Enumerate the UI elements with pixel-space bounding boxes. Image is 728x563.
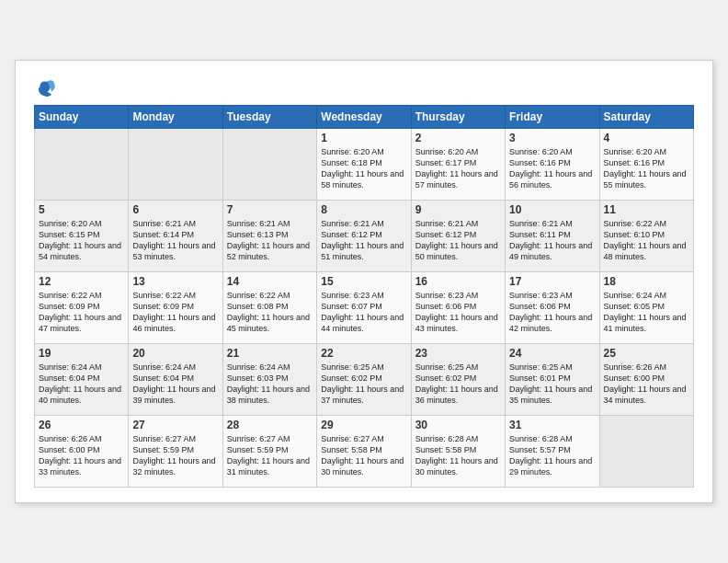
calendar-day-cell: 8 Sunrise: 6:21 AMSunset: 6:12 PMDayligh… (317, 201, 411, 272)
calendar-day-cell: 19 Sunrise: 6:24 AMSunset: 6:04 PMDaylig… (35, 344, 129, 416)
day-number: 14 (227, 275, 313, 288)
day-number: 28 (227, 419, 313, 431)
day-number: 8 (321, 203, 406, 216)
day-number: 23 (415, 347, 501, 360)
day-info: Sunrise: 6:28 AMSunset: 5:58 PMDaylight:… (415, 433, 501, 478)
calendar-day-cell: 18 Sunrise: 6:24 AMSunset: 6:05 PMDaylig… (599, 272, 693, 344)
day-info: Sunrise: 6:21 AMSunset: 6:14 PMDaylight:… (132, 218, 218, 263)
day-info: Sunrise: 6:21 AMSunset: 6:12 PMDaylight:… (321, 218, 406, 263)
calendar-day-cell: 29 Sunrise: 6:27 AMSunset: 5:58 PMDaylig… (317, 416, 411, 488)
day-number: 5 (39, 203, 124, 216)
day-number: 31 (509, 419, 595, 431)
day-number: 24 (509, 347, 595, 360)
day-number: 20 (132, 347, 218, 360)
weekday-header-saturday: Saturday (599, 106, 693, 129)
weekday-header-monday: Monday (129, 106, 222, 129)
day-info: Sunrise: 6:20 AMSunset: 6:16 PMDaylight:… (509, 146, 595, 191)
calendar-day-cell: 20 Sunrise: 6:24 AMSunset: 6:04 PMDaylig… (129, 344, 222, 416)
day-number: 27 (132, 419, 218, 431)
calendar-day-cell: 6 Sunrise: 6:21 AMSunset: 6:14 PMDayligh… (129, 201, 222, 272)
calendar-day-cell: 10 Sunrise: 6:21 AMSunset: 6:11 PMDaylig… (506, 201, 599, 272)
day-info: Sunrise: 6:22 AMSunset: 6:09 PMDaylight:… (39, 290, 124, 335)
calendar-table: SundayMondayTuesdayWednesdayThursdayFrid… (34, 105, 694, 488)
day-info: Sunrise: 6:23 AMSunset: 6:06 PMDaylight:… (509, 290, 595, 335)
day-info: Sunrise: 6:24 AMSunset: 6:04 PMDaylight:… (132, 362, 218, 407)
day-number: 13 (132, 275, 218, 288)
day-number: 18 (604, 275, 689, 288)
day-info: Sunrise: 6:24 AMSunset: 6:05 PMDaylight:… (604, 290, 689, 335)
calendar-day-cell: 2 Sunrise: 6:20 AMSunset: 6:17 PMDayligh… (411, 129, 505, 201)
day-info: Sunrise: 6:24 AMSunset: 6:04 PMDaylight:… (39, 362, 124, 407)
calendar-week-row: 5 Sunrise: 6:20 AMSunset: 6:15 PMDayligh… (35, 201, 694, 272)
day-number: 16 (415, 275, 501, 288)
day-number: 17 (509, 275, 595, 288)
calendar-day-cell: 12 Sunrise: 6:22 AMSunset: 6:09 PMDaylig… (35, 272, 129, 344)
calendar-day-cell: 13 Sunrise: 6:22 AMSunset: 6:09 PMDaylig… (129, 272, 222, 344)
calendar-day-cell: 26 Sunrise: 6:26 AMSunset: 6:00 PMDaylig… (35, 416, 129, 488)
calendar-day-cell: 4 Sunrise: 6:20 AMSunset: 6:16 PMDayligh… (599, 129, 693, 201)
calendar-day-cell: 11 Sunrise: 6:22 AMSunset: 6:10 PMDaylig… (599, 201, 693, 272)
calendar-day-cell: 22 Sunrise: 6:25 AMSunset: 6:02 PMDaylig… (317, 344, 411, 416)
day-number: 19 (39, 347, 124, 360)
calendar-day-cell: 14 Sunrise: 6:22 AMSunset: 6:08 PMDaylig… (222, 272, 316, 344)
day-info: Sunrise: 6:27 AMSunset: 5:58 PMDaylight:… (321, 433, 406, 478)
calendar-week-row: 26 Sunrise: 6:26 AMSunset: 6:00 PMDaylig… (35, 416, 694, 488)
day-number: 29 (321, 419, 406, 431)
day-info: Sunrise: 6:20 AMSunset: 6:17 PMDaylight:… (415, 146, 501, 191)
calendar-day-cell (222, 129, 316, 201)
day-info: Sunrise: 6:23 AMSunset: 6:07 PMDaylight:… (321, 290, 406, 335)
calendar-day-cell: 27 Sunrise: 6:27 AMSunset: 5:59 PMDaylig… (129, 416, 222, 488)
day-number: 12 (39, 275, 124, 288)
logo (34, 75, 60, 98)
calendar-day-cell: 31 Sunrise: 6:28 AMSunset: 5:57 PMDaylig… (506, 416, 599, 488)
day-number: 9 (415, 203, 501, 216)
day-info: Sunrise: 6:27 AMSunset: 5:59 PMDaylight:… (132, 433, 218, 478)
day-number: 15 (321, 275, 406, 288)
calendar-day-cell: 9 Sunrise: 6:21 AMSunset: 6:12 PMDayligh… (411, 201, 505, 272)
calendar-day-cell (35, 129, 129, 201)
day-number: 1 (321, 132, 406, 144)
calendar-header (34, 75, 694, 98)
day-number: 2 (415, 132, 501, 144)
calendar-week-row: 19 Sunrise: 6:24 AMSunset: 6:04 PMDaylig… (35, 344, 694, 416)
calendar-day-cell: 28 Sunrise: 6:27 AMSunset: 5:59 PMDaylig… (222, 416, 316, 488)
day-info: Sunrise: 6:23 AMSunset: 6:06 PMDaylight:… (415, 290, 501, 335)
calendar-day-cell: 5 Sunrise: 6:20 AMSunset: 6:15 PMDayligh… (35, 201, 129, 272)
day-info: Sunrise: 6:25 AMSunset: 6:02 PMDaylight:… (415, 362, 501, 407)
weekday-header-sunday: Sunday (35, 106, 129, 129)
day-info: Sunrise: 6:21 AMSunset: 6:11 PMDaylight:… (509, 218, 595, 263)
day-info: Sunrise: 6:20 AMSunset: 6:16 PMDaylight:… (604, 146, 689, 191)
day-number: 3 (509, 132, 595, 144)
day-number: 6 (132, 203, 218, 216)
day-number: 10 (509, 203, 595, 216)
weekday-header-row: SundayMondayTuesdayWednesdayThursdayFrid… (35, 106, 694, 129)
day-info: Sunrise: 6:20 AMSunset: 6:18 PMDaylight:… (321, 146, 406, 191)
day-info: Sunrise: 6:20 AMSunset: 6:15 PMDaylight:… (39, 218, 124, 263)
day-info: Sunrise: 6:21 AMSunset: 6:12 PMDaylight:… (415, 218, 501, 263)
calendar-day-cell: 30 Sunrise: 6:28 AMSunset: 5:58 PMDaylig… (411, 416, 505, 488)
day-number: 22 (321, 347, 406, 360)
calendar-day-cell: 7 Sunrise: 6:21 AMSunset: 6:13 PMDayligh… (222, 201, 316, 272)
calendar-day-cell: 1 Sunrise: 6:20 AMSunset: 6:18 PMDayligh… (317, 129, 411, 201)
day-number: 4 (604, 132, 689, 144)
calendar-day-cell: 3 Sunrise: 6:20 AMSunset: 6:16 PMDayligh… (506, 129, 599, 201)
weekday-header-wednesday: Wednesday (317, 106, 411, 129)
day-number: 30 (415, 419, 501, 431)
day-info: Sunrise: 6:26 AMSunset: 6:00 PMDaylight:… (604, 362, 689, 407)
calendar-day-cell: 21 Sunrise: 6:24 AMSunset: 6:03 PMDaylig… (222, 344, 316, 416)
day-info: Sunrise: 6:22 AMSunset: 6:09 PMDaylight:… (132, 290, 218, 335)
calendar-day-cell: 25 Sunrise: 6:26 AMSunset: 6:00 PMDaylig… (599, 344, 693, 416)
day-info: Sunrise: 6:26 AMSunset: 6:00 PMDaylight:… (39, 433, 124, 478)
day-info: Sunrise: 6:21 AMSunset: 6:13 PMDaylight:… (227, 218, 313, 263)
day-number: 26 (39, 419, 124, 431)
day-number: 21 (227, 347, 313, 360)
calendar-day-cell: 17 Sunrise: 6:23 AMSunset: 6:06 PMDaylig… (506, 272, 599, 344)
weekday-header-friday: Friday (506, 106, 599, 129)
day-info: Sunrise: 6:22 AMSunset: 6:08 PMDaylight:… (227, 290, 313, 335)
calendar-week-row: 12 Sunrise: 6:22 AMSunset: 6:09 PMDaylig… (35, 272, 694, 344)
calendar-day-cell (599, 416, 693, 488)
calendar-day-cell (129, 129, 222, 201)
calendar-container: SundayMondayTuesdayWednesdayThursdayFrid… (15, 60, 713, 503)
day-info: Sunrise: 6:22 AMSunset: 6:10 PMDaylight:… (604, 218, 689, 263)
calendar-day-cell: 23 Sunrise: 6:25 AMSunset: 6:02 PMDaylig… (411, 344, 505, 416)
